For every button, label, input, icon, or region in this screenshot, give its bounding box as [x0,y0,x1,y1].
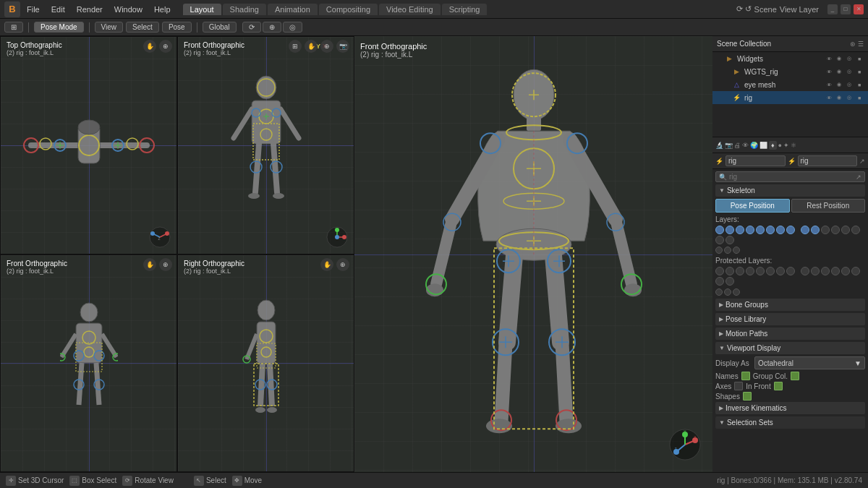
prop-material-icon[interactable]: ● [778,142,782,149]
prop-particles-icon[interactable]: ✦ [783,142,789,149]
display-as-dropdown[interactable]: Octahedral ▼ [754,356,865,369]
in-front-checkbox[interactable] [774,382,783,390]
hand-icon-tr[interactable]: ✋ [305,40,318,53]
rend-icon-wgts[interactable]: ◎ [845,67,854,76]
layer-11[interactable] [831,226,840,234]
prop-output-icon[interactable]: 🖨 [734,142,741,149]
rest-position-btn[interactable]: Rest Position [791,199,866,213]
tab-video-editing[interactable]: Video Editing [379,4,441,15]
tab-animation[interactable]: Animation [268,4,318,15]
transform-space-btn[interactable]: Global [203,22,237,33]
rend-eye[interactable]: ◎ [845,80,854,89]
object-name-field[interactable]: rig [726,155,786,166]
axes-checkbox[interactable] [734,382,743,390]
center-viewport[interactable]: Front Orthographic (2) rig : foot_ik.L [354,36,712,472]
ik-header[interactable]: ▶ Inverse Kinematics [715,402,865,414]
cam-icon-tr[interactable]: 📷 [336,40,349,53]
skeleton-section-header[interactable]: ▼ Skeleton [715,184,865,197]
move-tool[interactable]: ✥ Move [232,476,262,486]
names-checkbox[interactable] [741,372,750,380]
vis-rig[interactable]: 👁 [825,93,833,102]
layer-4[interactable] [756,226,765,234]
prot-extra-1[interactable] [724,288,731,296]
box-select-tool[interactable]: ⬚ Box Select [69,476,116,486]
prot-layer-10[interactable] [821,267,830,275]
prot-layer-5[interactable] [766,267,775,275]
viewport-bottom-right[interactable]: Right Orthographic (2) rig : foot_ik.L ✋… [177,254,354,473]
sel-eye[interactable]: ◉ [835,80,843,89]
tab-shading[interactable]: Shading [223,4,266,15]
layer-12[interactable] [841,226,850,234]
pose-mode-btn[interactable]: Pose Mode [34,22,84,33]
sel-icon-wgts[interactable]: ◉ [835,67,843,76]
viewport-top-right[interactable]: Front Orthographic (2) rig : foot_ik.L ⊞… [177,36,354,254]
layer-7[interactable] [786,226,795,234]
zoom-icon-tr[interactable]: ⊕ [320,40,333,53]
shapes-checkbox[interactable] [743,392,752,401]
prop-search[interactable]: 🔍 ↗ [715,171,865,182]
hold-eye[interactable]: ■ [855,80,864,89]
expand-icon[interactable]: ↗ [859,158,865,165]
layer-15[interactable] [726,236,734,244]
viewport-display-header[interactable]: ▼ Viewport Display [715,342,865,354]
zoom-icon-br[interactable]: ⊕ [336,258,349,271]
window-controls[interactable]: _ □ ✕ [827,4,864,14]
prot-layer-7[interactable] [786,267,795,275]
select-menu-btn[interactable]: Select [126,22,159,33]
rotate-view-tool[interactable]: ⟳ Rotate View [122,476,174,486]
hold-icon-wgts[interactable]: ■ [855,67,864,76]
zoom-icon-bl[interactable]: ⊕ [159,258,172,271]
sel-rig[interactable]: ◉ [835,93,843,102]
prop-scene-icon[interactable]: 🔬 [715,142,723,149]
outliner-item-rig[interactable]: ⚡ rig 👁 ◉ ◎ ■ [712,91,868,104]
prot-layer-2[interactable] [736,267,744,275]
prot-layer-14[interactable] [715,277,724,286]
data-name-field[interactable]: rig [798,155,858,166]
viewport-top-left[interactable]: Top Orthographic (2) rig : foot_ik.L ✋ ⊕ [0,36,177,254]
prop-physics-icon[interactable]: ⚛ [791,142,796,149]
layer-extra-2[interactable] [733,247,740,254]
menu-edit[interactable]: Edit [46,4,70,15]
prot-layer-0[interactable] [715,267,724,275]
tab-scripting[interactable]: Scripting [442,4,488,15]
outliner-menu-icon[interactable]: ☰ [858,40,864,48]
prop-renderset-icon[interactable]: 📷 [725,142,733,149]
layer-13[interactable] [851,226,860,234]
hold-rig[interactable]: ■ [855,93,864,102]
vis-icon-wgts[interactable]: 👁 [825,67,833,76]
search-input[interactable] [729,173,854,181]
layer-14[interactable] [715,236,724,244]
proportional-icon[interactable]: ◎ [283,22,302,33]
layer-6[interactable] [776,226,785,234]
layer-2[interactable] [736,226,744,234]
prot-layer-3[interactable] [746,267,754,275]
prot-layer-15[interactable] [726,277,734,286]
hand-icon-bl[interactable]: ✋ [143,258,156,271]
expand-search-icon[interactable]: ↗ [856,174,861,181]
layer-9[interactable] [811,226,820,234]
viewport-bottom-left[interactable]: Front Orthographic (2) rig : foot_ik.L ✋… [0,254,177,473]
pose-menu-btn[interactable]: Pose [162,22,192,33]
select-tool[interactable]: ↖ Select [194,476,226,486]
tab-compositing[interactable]: Compositing [319,4,378,15]
pose-position-btn[interactable]: Pose Position [715,199,790,213]
layer-extra-0[interactable] [715,247,723,254]
layer-0[interactable] [715,226,724,234]
render-icon[interactable]: ◉ [835,54,843,63]
pose-library-header[interactable]: ▶ Pose Library [715,313,865,325]
menu-render[interactable]: Render [72,4,108,15]
layer-5[interactable] [766,226,775,234]
view-menu-btn[interactable]: View [95,22,124,33]
set-3d-cursor-tool[interactable]: ✛ Set 3D Cursor [6,476,64,486]
prot-layer-1[interactable] [726,267,734,275]
prop-world-icon[interactable]: 🌍 [750,142,758,149]
grid-icon[interactable]: ⊞ [289,40,302,53]
prop-view-icon[interactable]: 👁 [742,142,749,149]
selection-sets-header[interactable]: ▼ Selection Sets [715,416,865,429]
menu-file[interactable]: File [22,4,45,15]
motion-paths-header[interactable]: ▶ Motion Paths [715,328,865,340]
app-icon[interactable]: B [4,1,20,17]
prot-layer-12[interactable] [841,267,850,275]
vis-eye[interactable]: 👁 [825,80,833,89]
hand-icon[interactable]: ✋ [143,40,156,53]
